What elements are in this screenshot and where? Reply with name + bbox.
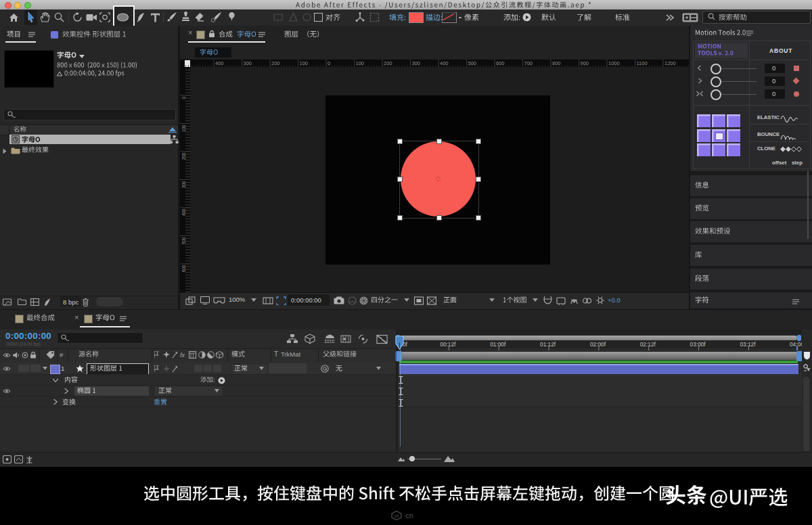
svg-text:UI: UI: [394, 513, 399, 518]
